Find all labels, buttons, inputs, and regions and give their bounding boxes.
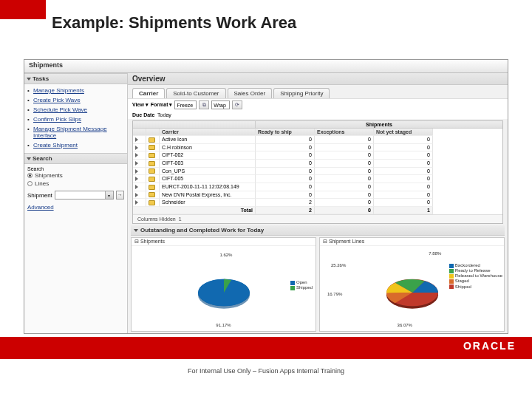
search-radio-lines[interactable]: Lines [27, 180, 124, 188]
folder-cell [146, 151, 160, 160]
ready-cell: 0 [256, 175, 315, 183]
chart-title: ⊟ Shipments [132, 238, 316, 246]
twisty-icon [134, 229, 138, 232]
col-carrier[interactable]: Carrier [160, 129, 256, 136]
tab-shipping-priority[interactable]: Shipping Priority [273, 88, 330, 98]
task-link[interactable]: Manage Shipment Message Interface [33, 124, 124, 140]
expand-cell[interactable] [133, 183, 146, 191]
shipment-select[interactable]: ▾ [55, 191, 114, 200]
shipment-label: Shipment [27, 192, 52, 199]
app-screenshot: Shipments Tasks Manage Shipments Create … [24, 59, 508, 334]
total-ready: 2 [256, 207, 315, 214]
charts-header[interactable]: Outstanding and Completed Work for Today [131, 225, 505, 236]
table-superheader: Shipments [256, 121, 502, 129]
nstg-cell: 0 [374, 151, 433, 160]
tab-sold-to[interactable]: Sold-to Customer [166, 88, 225, 98]
nstg-cell: 0 [374, 191, 433, 200]
slide-title: Example: Shipments Work Area [52, 13, 296, 33]
legend: Open Shipped [290, 280, 313, 290]
carrier-cell: New DVN Postal Express, Inc. [160, 191, 256, 200]
ready-cell: 0 [256, 144, 315, 152]
col-notstaged[interactable]: Not yet staged [374, 129, 433, 136]
folder-cell [146, 160, 160, 168]
ready-cell: 0 [256, 151, 315, 160]
pct-label: 91.17% [216, 323, 231, 327]
search-radio-shipments[interactable]: Shipments [27, 171, 124, 180]
chevron-down-icon: ▾ [105, 191, 113, 199]
total-label: Total [133, 207, 256, 214]
folder-cell [146, 175, 160, 183]
main-area: Overview Carrier Sold-to Customer Sales … [128, 73, 508, 333]
task-link[interactable]: Confirm Pick Slips [33, 115, 124, 124]
carrier-cell: EURCT-2010-11-11 12:02:08.149 [160, 183, 256, 191]
nstg-cell: 0 [374, 160, 433, 168]
refresh-icon[interactable]: ⟳ [232, 100, 242, 109]
tasks-header[interactable]: Tasks [24, 73, 127, 84]
total-exc: 0 [315, 207, 374, 214]
wrap-button[interactable]: Wrap [211, 100, 230, 109]
freeze-button[interactable]: Freeze [174, 100, 197, 109]
chart-title: ⊟ Shipment Lines [320, 238, 504, 246]
pct-label: 36.07% [398, 323, 412, 327]
expand-cell[interactable] [133, 136, 146, 144]
table-toolbar: View ▾ Format ▾ Freeze ⧉ Wrap ⟳ [128, 98, 508, 111]
expand-cell[interactable] [133, 160, 146, 168]
search-header-label: Search [33, 155, 52, 162]
exc-cell: 0 [315, 183, 374, 191]
tasks-list: Manage Shipments Create Pick Wave Schedu… [24, 84, 127, 153]
pct-label: 25.26% [331, 263, 346, 267]
format-menu[interactable]: Format ▾ [151, 102, 173, 108]
nstg-cell: 0 [374, 144, 433, 152]
task-link[interactable]: Create Pick Wave [33, 95, 124, 105]
ready-cell: 0 [256, 183, 315, 191]
tabbar: Carrier Sold-to Customer Sales Order Shi… [128, 85, 508, 98]
twisty-icon [27, 157, 31, 160]
exc-cell: 0 [315, 151, 374, 160]
ready-cell: 0 [256, 191, 315, 200]
pie-chart [381, 274, 444, 311]
expand-cell[interactable] [133, 175, 146, 183]
go-button[interactable]: → [116, 191, 124, 200]
tab-sales-order[interactable]: Sales Order [228, 88, 273, 98]
shipments-table: Shipments Carrier Ready to ship Exceptio… [132, 120, 503, 224]
task-link[interactable]: Manage Shipments [33, 86, 124, 95]
tab-carrier[interactable]: Carrier [132, 88, 165, 98]
folder-cell [146, 183, 160, 191]
advanced-link[interactable]: Advanced [27, 204, 124, 211]
col-exceptions[interactable]: Exceptions [315, 129, 374, 136]
exc-cell: 0 [315, 191, 374, 200]
search-header[interactable]: Search [24, 153, 127, 164]
exc-cell: 0 [315, 136, 374, 144]
carrier-cell: CIFT-003 [160, 160, 256, 168]
chart-shipment-lines: ⊟ Shipment Lines 7.88% 25.26% 16.79% [319, 237, 505, 332]
overview-header: Overview [128, 73, 508, 85]
nstg-cell: 0 [374, 168, 433, 176]
expand-cell[interactable] [133, 168, 146, 176]
expand-cell[interactable] [133, 191, 146, 200]
expand-cell[interactable] [133, 151, 146, 160]
due-date-row: Due Date Today [128, 111, 508, 119]
view-menu[interactable]: View ▾ [132, 102, 149, 108]
exc-cell: 0 [315, 144, 374, 152]
expand-cell[interactable] [133, 199, 146, 207]
col-ready[interactable]: Ready to ship [256, 129, 315, 136]
folder-cell [146, 144, 160, 152]
twisty-icon [27, 78, 31, 81]
app-title: Shipments [24, 60, 508, 73]
exc-cell: 0 [315, 160, 374, 168]
folder-cell [146, 191, 160, 200]
radio-icon [27, 181, 33, 186]
sidebar: Tasks Manage Shipments Create Pick Wave … [24, 73, 128, 333]
legend: Backordered Ready to Release Released to… [449, 263, 502, 290]
oracle-logo: ORACLE [463, 340, 516, 352]
carrier-cell: Active Icon [160, 136, 256, 144]
task-link[interactable]: Schedule Pick Wave [33, 105, 124, 115]
detach-icon[interactable]: ⧉ [199, 100, 209, 109]
folder-cell [146, 168, 160, 176]
nstg-cell: 0 [374, 183, 433, 191]
task-link[interactable]: Create Shipment [33, 140, 124, 150]
search-body: Search Shipments Lines Shipment ▾ → Adva… [24, 164, 127, 213]
total-nstg: 1 [374, 207, 433, 214]
columns-hidden: Columns Hidden 1 [133, 214, 502, 223]
expand-cell[interactable] [133, 144, 146, 152]
